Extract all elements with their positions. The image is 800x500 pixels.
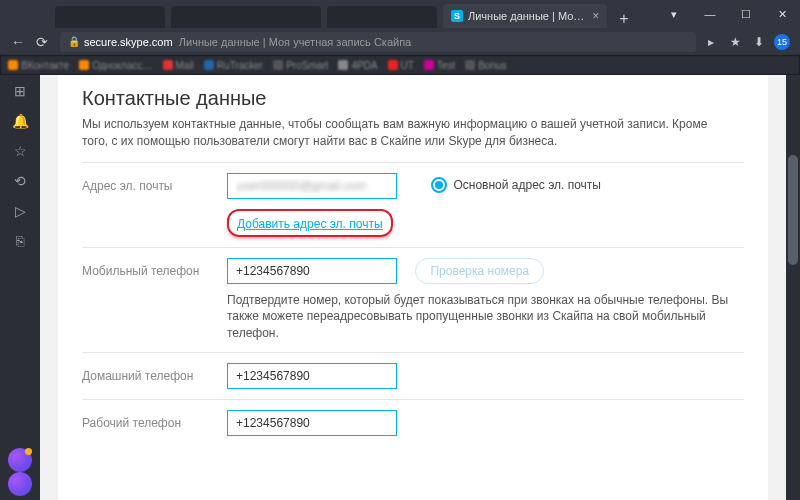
play-icon[interactable]: ▷: [15, 203, 26, 219]
primary-email-label: Основной адрес эл. почты: [453, 178, 601, 192]
avatar[interactable]: [8, 472, 32, 496]
download-icon[interactable]: ⬇: [750, 33, 768, 51]
notification-dot: [25, 448, 32, 455]
new-tab-button[interactable]: +: [611, 10, 636, 28]
primary-email-radio[interactable]: Основной адрес эл. почты: [431, 177, 601, 193]
work-phone-row: Рабочий телефон: [82, 399, 744, 446]
download-count-badge[interactable]: 15: [774, 34, 790, 50]
mobile-input[interactable]: [227, 258, 397, 284]
close-tab-icon[interactable]: ×: [592, 9, 599, 23]
bell-icon[interactable]: 🔔: [12, 113, 29, 129]
add-email-highlight: Добавить адрес эл. почты: [227, 209, 393, 237]
home-phone-input[interactable]: [227, 363, 397, 389]
reload-button[interactable]: ⟳: [30, 30, 54, 54]
bookmark-bar: ВКонтакте Однокласс… Mail RuTracker ProS…: [0, 55, 800, 75]
mobile-row: Мобильный телефон Проверка номера Подтве…: [82, 247, 744, 352]
add-email-link[interactable]: Добавить адрес эл. почты: [237, 217, 383, 231]
tab-inactive[interactable]: [327, 6, 437, 28]
apps-icon[interactable]: ⊞: [14, 83, 26, 99]
content-card: Контактные данные Мы используем контактн…: [58, 75, 768, 500]
scrollbar-track[interactable]: [786, 75, 800, 500]
scrollbar-thumb[interactable]: [788, 155, 798, 265]
device-icon[interactable]: ⎘: [16, 233, 24, 249]
address-domain: secure.skype.com: [84, 36, 173, 48]
address-row: ← ⟳ 🔒 secure.skype.com Личные данные | М…: [0, 28, 800, 55]
tab-active[interactable]: S Личные данные | Мо… ×: [443, 4, 607, 28]
window-dropdown-icon[interactable]: ▾: [656, 0, 692, 28]
mobile-label: Мобильный телефон: [82, 258, 227, 278]
verify-number-button[interactable]: Проверка номера: [415, 258, 544, 284]
star-icon[interactable]: ☆: [14, 143, 27, 159]
page-title: Контактные данные: [82, 87, 744, 110]
browser-side-rail: ⊞ 🔔 ☆ ⟲ ▷ ⎘: [0, 75, 40, 500]
page-viewport: Контактные данные Мы используем контактн…: [40, 75, 786, 500]
page-intro: Мы используем контактные данные, чтобы с…: [82, 116, 722, 150]
work-phone-label: Рабочий телефон: [82, 410, 227, 430]
window-controls: ▾ — ☐ ✕: [656, 0, 800, 28]
email-row: Адрес эл. почты Основной адрес эл. почты…: [82, 162, 744, 247]
address-path: Личные данные | Моя учетная запись Скайп…: [173, 36, 412, 48]
browser-chrome: S Личные данные | Мо… × + ▾ — ☐ ✕ ← ⟳ 🔒 …: [0, 0, 800, 55]
extension-icon[interactable]: ▸: [702, 33, 720, 51]
close-window-icon[interactable]: ✕: [764, 0, 800, 28]
back-button[interactable]: ←: [6, 30, 30, 54]
tab-inactive[interactable]: [55, 6, 165, 28]
email-input[interactable]: [227, 173, 397, 199]
bookmark-icon[interactable]: ★: [726, 33, 744, 51]
work-phone-input[interactable]: [227, 410, 397, 436]
home-phone-row: Домашний телефон: [82, 352, 744, 399]
history-icon[interactable]: ⟲: [14, 173, 26, 189]
tab-inactive[interactable]: [171, 6, 321, 28]
address-bar[interactable]: 🔒 secure.skype.com Личные данные | Моя у…: [60, 32, 696, 52]
minimize-icon[interactable]: —: [692, 0, 728, 28]
tab-title: Личные данные | Мо…: [468, 10, 584, 22]
email-label: Адрес эл. почты: [82, 173, 227, 193]
skype-favicon: S: [451, 10, 463, 22]
radio-icon: [431, 177, 447, 193]
home-phone-label: Домашний телефон: [82, 363, 227, 383]
mobile-note: Подтвердите номер, который будет показыв…: [227, 292, 744, 342]
maximize-icon[interactable]: ☐: [728, 0, 764, 28]
lock-icon: 🔒: [68, 36, 80, 47]
